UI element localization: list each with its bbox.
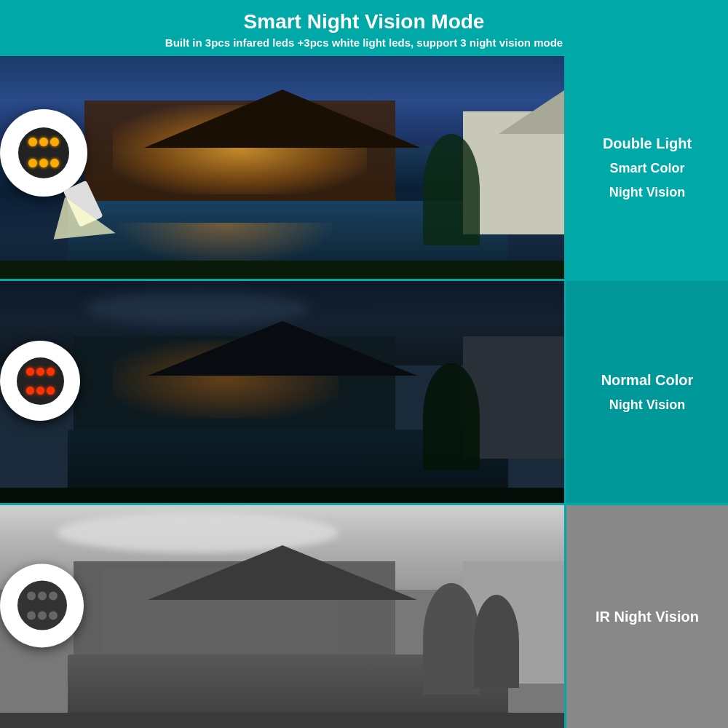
mode-night-vision-1: Night Vision [609, 183, 686, 202]
image-cell-row1 [0, 56, 564, 279]
led-row2-5 [36, 387, 44, 395]
led-row2-4 [26, 387, 34, 395]
camera-body-row1 [0, 109, 87, 197]
mode-night-vision-2: Night Vision [609, 395, 686, 415]
led-row3-5 [38, 612, 47, 620]
led-5-row1 [39, 159, 48, 167]
camera-row3 [0, 563, 84, 647]
led-row3-2 [38, 591, 47, 600]
info-cell-row3: IR Night Vision [566, 505, 728, 728]
camera-lens-row1 [18, 127, 69, 178]
row-ir-vision: IR Night Vision [0, 505, 728, 728]
led-2-row1 [39, 138, 48, 146]
header: Smart Night Vision Mode Built in 3pcs in… [0, 0, 728, 56]
led-row2-3 [47, 368, 55, 376]
trees-row2 [423, 363, 480, 470]
trees-row1 [423, 134, 480, 245]
camera-row2 [0, 341, 80, 421]
roof-row2 [148, 321, 417, 376]
ground-row3 [0, 713, 564, 728]
camera-lens-row3 [17, 581, 67, 630]
content-area: Double Light Smart Color Night Vision [0, 56, 728, 728]
mode-smart-color: Smart Color [609, 159, 684, 178]
scene-row1 [0, 56, 564, 279]
camera-row1 [0, 109, 95, 204]
led-4-row1 [28, 159, 37, 167]
image-cell-row3 [0, 505, 564, 728]
page-title: Smart Night Vision Mode [7, 10, 721, 33]
scene-row3 [0, 505, 564, 728]
trees2-row3 [474, 595, 519, 688]
trees-row3 [423, 583, 480, 695]
camera-lens-row2 [17, 357, 64, 405]
page-wrapper: Smart Night Vision Mode Built in 3pcs in… [0, 0, 728, 728]
camera-body-row2 [0, 341, 80, 421]
mode-double-light: Double Light [603, 132, 692, 154]
roof-row1 [144, 90, 421, 148]
page-subtitle: Built in 3pcs infared leds +3pcs white l… [7, 36, 721, 49]
info-cell-row1: Double Light Smart Color Night Vision [566, 56, 728, 279]
image-cell-row2 [0, 281, 564, 504]
roof-row3 [148, 545, 417, 600]
mode-normal-color: Normal Color [601, 369, 694, 391]
led-row2-6 [47, 387, 55, 395]
right-house-roof-row1 [499, 90, 564, 134]
led-row3-4 [27, 612, 36, 620]
led-row3-6 [49, 612, 58, 620]
led-row2-1 [26, 368, 34, 376]
row-normal-color: Normal Color Night Vision [0, 281, 728, 504]
info-cell-row2: Normal Color Night Vision [566, 281, 728, 504]
ground-row1 [0, 261, 564, 278]
led-row3-1 [27, 591, 36, 600]
led-3-row1 [50, 138, 59, 146]
led-row3-3 [49, 591, 58, 600]
ground-row2 [0, 488, 564, 503]
scene-row2 [0, 281, 564, 504]
led-row2-2 [36, 368, 44, 376]
camera-body-row3 [0, 563, 84, 647]
led-1-row1 [28, 138, 37, 146]
row-double-light: Double Light Smart Color Night Vision [0, 56, 728, 279]
led-6-row1 [50, 159, 59, 167]
mode-ir-night-vision: IR Night Vision [596, 606, 699, 628]
